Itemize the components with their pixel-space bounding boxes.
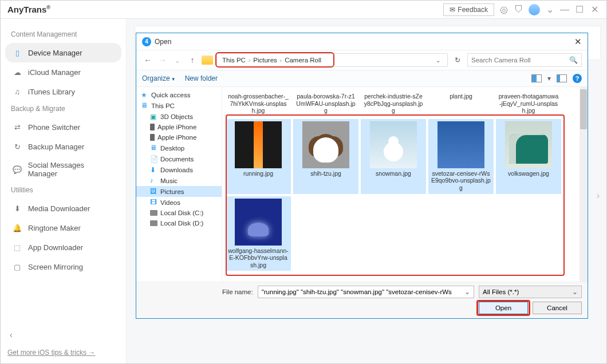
sidebar-item-label: Media Downloader — [28, 204, 90, 213]
chevron-right-icon[interactable]: › — [597, 191, 600, 201]
maximize-icon[interactable]: ☐ — [574, 5, 585, 15]
file-label-cell[interactable]: praveen-thotagamuwa-jEqyV_rumU-unsplash.… — [496, 90, 561, 117]
nav-back-icon[interactable]: ← — [142, 56, 153, 65]
tree-item-downloads[interactable]: ⬇Downloads — [136, 164, 222, 175]
open-button[interactable]: Open — [479, 302, 528, 314]
new-folder-button[interactable]: New folder — [185, 74, 218, 82]
feedback-button[interactable]: ✉ Feedback — [443, 3, 494, 16]
scrollbar-thumb[interactable] — [580, 89, 587, 129]
nav-up-icon[interactable]: ↑ — [187, 56, 198, 65]
disk-icon — [150, 210, 157, 216]
sidebar-item-screen-mirroring[interactable]: ▢Screen Mirroring — [5, 257, 121, 276]
mail-icon: ✉ — [450, 6, 455, 14]
tree-item-desktop[interactable]: 🖥Desktop — [136, 143, 222, 153]
sidebar-item-itunes-library[interactable]: ♫iTunes Library — [5, 82, 121, 101]
tree-item-label: 3D Objects — [160, 113, 193, 120]
dialog-close-icon[interactable]: ✕ — [574, 37, 582, 47]
tree-item-documents[interactable]: 📄Documents — [136, 153, 222, 164]
filename-input[interactable] — [262, 288, 464, 295]
file-cell[interactable]: wolfgang-hasselmann-E-KOFbbvYrw-unsplash… — [226, 196, 291, 271]
tree-item-label: Music — [160, 177, 178, 184]
sidebar-item-social-messages-manager[interactable]: 💬Social Messages Manager — [5, 156, 121, 183]
search-box[interactable]: 🔍 — [467, 53, 582, 67]
sidebar-item-app-downloader[interactable]: ⬚App Downloader — [5, 238, 121, 257]
chevron-down-icon[interactable]: ⌄ — [545, 5, 555, 15]
sidebar-item-phone-switcher[interactable]: ⇄Phone Switcher — [5, 117, 121, 137]
scrollbar[interactable] — [580, 87, 588, 282]
tshirt-icon[interactable]: ⛉ — [514, 5, 524, 15]
help-icon[interactable]: ? — [573, 74, 582, 83]
file-name: plant.jpg — [448, 93, 474, 100]
filename-input-wrap[interactable]: ⌄ — [258, 286, 474, 298]
sidebar-item-media-downloader[interactable]: ⬇Media Downloader — [5, 199, 121, 218]
file-name: running.jpg — [242, 170, 274, 177]
app-icon: ⬚ — [12, 242, 22, 252]
tree-item-label: Downloads — [160, 167, 193, 173]
file-label-cell[interactable]: perchek-industrie-sZey8cPbJqg-unsplash.j… — [361, 90, 426, 117]
view-mode-icon[interactable] — [531, 74, 542, 82]
sidebar-item-label: iTunes Library — [28, 88, 75, 96]
search-input[interactable] — [471, 57, 569, 64]
tree-item-label: Quick access — [151, 92, 190, 98]
sidebar-item-label: Phone Switcher — [28, 123, 80, 132]
tips-link[interactable]: Get more iOS tips & tricks → — [7, 349, 95, 357]
file-thumbnail — [235, 199, 282, 246]
nav-recent-icon[interactable]: ⌄ — [172, 56, 183, 65]
collapse-sidebar-icon[interactable]: ‹ — [10, 330, 13, 339]
file-label-cell[interactable]: plant.jpg — [428, 90, 494, 117]
file-cell[interactable]: shih-tzu.jpg — [293, 119, 358, 194]
file-filter[interactable]: All Files (*.*)⌄ — [479, 286, 582, 298]
sidebar-item-backup-manager[interactable]: ↻Backup Manager — [5, 137, 121, 156]
tree-item-local-disk-c-[interactable]: Local Disk (C:) — [136, 208, 222, 218]
tree-item-quick-access[interactable]: ★Quick access — [136, 89, 222, 100]
sidebar-item-device-manager[interactable]: ▯Device Manager — [5, 43, 121, 62]
breadcrumb[interactable]: This PC›Pictures›Camera Roll⌄ — [216, 53, 448, 67]
sidebar-item-icloud-manager[interactable]: ☁iCloud Manager — [5, 62, 121, 82]
mirror-icon: ▢ — [12, 262, 22, 272]
breadcrumb-dropdown-icon[interactable]: ⌄ — [432, 57, 444, 64]
breadcrumb-item[interactable]: Camera Roll — [283, 57, 323, 64]
tree-item-3d-objects[interactable]: ▣3D Objects — [136, 111, 222, 122]
device-icon — [150, 134, 155, 141]
file-cell[interactable]: svetozar-cenisev-rWsE9qo9bvo-unsplash.jp… — [428, 119, 494, 194]
chat-icon: 💬 — [12, 164, 22, 175]
bell-icon[interactable]: ◎ — [499, 5, 509, 15]
file-label-cell[interactable]: noah-grossenbacher-_7hiYkKVmsk-unsplash.… — [226, 90, 291, 117]
tree-item-music[interactable]: ♪Music — [136, 175, 222, 186]
sidebar-heading: Backup & Migrate — [11, 105, 116, 113]
tree-item-videos[interactable]: 🎞Videos — [136, 197, 222, 208]
file-cell[interactable]: snowman.jpg — [361, 119, 426, 194]
view-dropdown-icon[interactable]: ▾ — [547, 74, 551, 82]
close-icon[interactable]: ✕ — [589, 5, 600, 15]
cancel-button[interactable]: Cancel — [533, 302, 582, 314]
music-icon: ♫ — [12, 86, 22, 97]
breadcrumb-item[interactable]: Pictures — [251, 57, 279, 64]
file-name: wolfgang-hasselmann-E-KOFbbvYrw-unsplash… — [227, 247, 290, 269]
tree-item-local-disk-d-[interactable]: Local Disk (D:) — [136, 218, 222, 228]
preview-pane-icon[interactable] — [557, 74, 567, 82]
sidebar-item-ringtone-maker[interactable]: 🔔Ringtone Maker — [5, 218, 121, 238]
pic-icon: 🖼 — [150, 188, 157, 195]
refresh-icon[interactable]: ↻ — [451, 56, 464, 64]
nav-forward-icon[interactable]: → — [157, 56, 168, 65]
brand: AnyTrans® — [7, 5, 50, 14]
disk-icon — [150, 220, 157, 226]
file-cell[interactable]: volkswagen.jpg — [496, 119, 561, 194]
desktop-icon: 🖥 — [150, 144, 157, 152]
tree-item-pictures[interactable]: 🖼Pictures — [136, 186, 222, 197]
tree-item-apple-iphone[interactable]: Apple iPhone — [136, 132, 222, 143]
file-label-cell[interactable]: paula-borowska-7r-z1UmWFAU-unsplash.jpg — [293, 90, 358, 117]
download-icon: ⬇ — [12, 203, 22, 213]
organize-menu[interactable]: Organize▼ — [142, 74, 176, 82]
file-cell[interactable]: running.jpg — [226, 119, 291, 194]
avatar[interactable] — [529, 4, 540, 15]
sidebar-heading: Content Management — [11, 30, 116, 38]
breadcrumb-item[interactable]: This PC — [220, 57, 247, 64]
filename-dropdown-icon[interactable]: ⌄ — [464, 288, 470, 296]
tree-item-apple-iphone[interactable]: Apple iPhone — [136, 122, 222, 132]
note-icon: ♪ — [150, 177, 157, 184]
file-name: paula-borowska-7r-z1UmWFAU-unsplash.jpg — [294, 93, 357, 114]
tree-item-label: This PC — [151, 102, 175, 109]
tree-item-this-pc[interactable]: 🖥This PC — [136, 100, 222, 111]
minimize-icon[interactable]: — — [559, 5, 570, 15]
